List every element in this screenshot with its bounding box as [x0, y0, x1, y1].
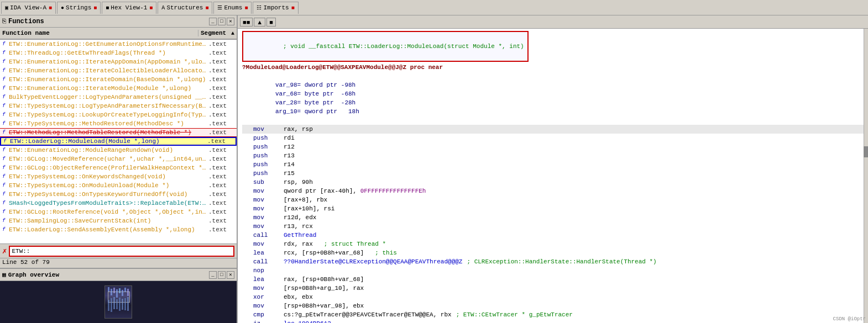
search-x-icon: ✗ — [2, 246, 7, 256]
tab-hex-view[interactable]: ■ Hex View-1 ■ — [102, 2, 156, 14]
function-list-item[interactable]: fETW::EnumerationLog::IterateAppDomain(A… — [0, 57, 237, 66]
function-list-item[interactable]: fETW::GCLog::MovedReference(uchar *,ucha… — [0, 155, 237, 163]
func-segment-text: .text — [206, 41, 237, 47]
graph-close-btn[interactable]: ✕ — [227, 271, 234, 279]
func-segment-text: .text — [206, 85, 237, 92]
function-list-item[interactable]: fETW::LoaderLog::ModuleLoad(Module *,lon… — [0, 137, 237, 146]
svg-rect-11 — [116, 299, 118, 309]
func-type-marker: f — [0, 192, 8, 197]
var-98-text: var_98= dword ptr -98h — [275, 81, 355, 89]
function-list-item[interactable]: fETW::TypeSystemLog::MethodRestored(Meth… — [0, 119, 237, 128]
svg-rect-9 — [111, 298, 112, 312]
imports-icon: ☷ — [257, 4, 262, 11]
svg-rect-15 — [127, 297, 129, 311]
var-28-text: var_28= byte ptr -28h — [275, 98, 355, 107]
function-list-item[interactable]: fETW::GCLog::ObjectReference(ProfilerWal… — [0, 163, 237, 172]
svg-rect-14 — [124, 298, 126, 310]
function-list-item[interactable]: fETW::EnumerationLog::IterateModule(Modu… — [0, 84, 237, 93]
tab-imports[interactable]: ☷ Imports ■ — [253, 2, 298, 14]
disasm-graph-btn[interactable]: ▲ — [254, 18, 265, 27]
disasm-scrollbar[interactable] — [864, 29, 868, 323]
disasm-blank-1 — [242, 72, 864, 81]
disasm-instr-push-r13: push r13 — [242, 151, 864, 160]
function-list-item[interactable]: fETW::LoaderLog::SendAssemblyEvent(Assem… — [0, 225, 237, 234]
disasm-var-28: var_28= byte ptr -28h — [242, 98, 864, 107]
function-list-item[interactable]: fETW::SamplingLog::SaveCurrentStack(int)… — [0, 216, 237, 225]
mnem-lea-rcx: lea — [253, 248, 284, 257]
tab-close-structures[interactable]: ■ — [205, 5, 208, 11]
disasm-instr-push-r12: push r12 — [242, 142, 864, 151]
func-segment-text: .text — [206, 50, 237, 56]
function-list-item[interactable]: fETW::EnumerationLog::IterateDomain(Base… — [0, 75, 237, 84]
graph-minimize-btn[interactable]: _ — [209, 271, 217, 279]
search-input[interactable] — [9, 246, 234, 257]
function-list-item[interactable]: fBulkTypeEventLogger::LogTypeAndParamete… — [0, 93, 237, 102]
mnem-push-rdi: push — [253, 134, 284, 142]
function-list-item[interactable]: fETW::EnumerationLog::GetEnumerationOpti… — [0, 40, 237, 49]
ida-view-icon: ▣ — [5, 4, 8, 11]
func-segment-text: .text — [206, 200, 237, 206]
function-list-item[interactable]: fSHash<LoggedTypesFromModuleTraits>::Rep… — [0, 199, 237, 208]
functions-titlebar: ⎘ Functions _ □ ✕ — [0, 15, 237, 28]
mnem-call-getthread: call — [253, 231, 284, 240]
ops-sub: rsp, 90h — [284, 178, 313, 187]
functions-close-btn[interactable]: ✕ — [227, 18, 234, 25]
functions-maximize-btn[interactable]: □ — [218, 18, 226, 25]
disasm-hex-btn[interactable]: ■ — [266, 18, 276, 27]
mnem-mov-r13: mov — [253, 222, 284, 231]
func-name-text: ETW::TypeSystemLog::OnKeywordsChanged(vo… — [8, 173, 206, 180]
function-list-item[interactable]: fETW::EnumerationLog::ModuleRangeRundown… — [0, 146, 237, 155]
disasm-scrollbar-thumb[interactable] — [864, 146, 868, 157]
func-name-text: BulkTypeEventLogger::LogTypeAndParameter… — [8, 94, 206, 100]
ops-mov-rdx: rdx, rax — [284, 240, 313, 248]
svg-rect-10 — [113, 297, 115, 309]
tab-close-enums[interactable]: ■ — [244, 5, 248, 11]
graph-maximize-btn[interactable]: □ — [218, 271, 226, 279]
scroll-up-arrow[interactable]: ▲ — [229, 30, 237, 36]
tab-strings[interactable]: ● Strings ■ — [57, 2, 101, 14]
func-segment-text: .text — [206, 147, 237, 153]
tab-enums[interactable]: ☰ Enums ■ — [213, 2, 252, 14]
tab-structures[interactable]: A Structures ■ — [158, 2, 212, 14]
graph-overview-panel: ▦ Graph overview _ □ ✕ — [0, 268, 237, 323]
func-sig-box: ; void __fastcall ETW::LoaderLog::Module… — [242, 31, 529, 62]
ops-mov-r12d: r12d, edx — [284, 213, 316, 222]
func-name-text: ETW::GCLog::MovedReference(uchar *,uchar… — [8, 156, 206, 162]
tab-close-ida[interactable]: ■ — [49, 5, 52, 11]
func-segment-text: .text — [206, 182, 237, 189]
disasm-instr-sub: sub rsp, 90h — [242, 178, 864, 187]
disasm-instr-xor: xor ebx, ebx — [242, 293, 864, 301]
graph-overview-title: Graph overview — [8, 272, 208, 278]
func-name-text: ETW::TypeSystemLog::LookupOrCreateTypeLo… — [8, 112, 206, 118]
mnem-push-r15: push — [253, 169, 284, 178]
function-list-item[interactable]: fETW::TypeSystemLog::OnKeywordsChanged(v… — [0, 172, 237, 181]
func-type-marker: f — [0, 103, 8, 109]
mnem-mov-rsp-arg: mov — [253, 284, 284, 293]
disasm-panel: ■■ ▲ ■ ; void __fastcall ETW::LoaderLog:… — [238, 15, 868, 323]
disasm-content[interactable]: ; void __fastcall ETW::LoaderLog::Module… — [238, 29, 868, 323]
function-list-item[interactable]: fETW::MethodLog::MethodTableRestored(Met… — [0, 128, 237, 137]
functions-minimize-btn[interactable]: _ — [209, 18, 217, 25]
func-segment-text: .text — [206, 129, 237, 136]
func-type-marker: f — [0, 86, 8, 91]
function-list[interactable]: fETW::EnumerationLog::GetEnumerationOpti… — [0, 40, 237, 243]
mnem-jz: jz — [253, 319, 284, 323]
func-segment-text: .text — [206, 67, 237, 74]
function-list-item[interactable]: fETW::TypeSystemLog::LogTypeAndParameter… — [0, 102, 237, 110]
func-type-marker: f — [0, 94, 8, 100]
function-list-item[interactable]: fETW::ThreadLog::GetEtwThreadFlags(Threa… — [0, 49, 237, 57]
function-list-item[interactable]: fETW::TypeSystemLog::LookupOrCreateTypeL… — [0, 110, 237, 119]
graph-overview-titlebar: ▦ Graph overview _ □ ✕ — [0, 269, 237, 281]
tab-close-imports[interactable]: ■ — [291, 5, 295, 11]
function-list-item[interactable]: fETW::EnumerationLog::IterateCollectible… — [0, 66, 237, 75]
tab-ida-view[interactable]: ▣ IDA View-A ■ — [1, 2, 56, 14]
svg-rect-1 — [111, 289, 112, 295]
func-name-text: SHash<LoggedTypesFromModuleTraits>::Repl… — [8, 200, 206, 206]
disasm-grid-btn[interactable]: ■■ — [240, 18, 253, 27]
disasm-instr-lea-rax: lea rax, [rsp+0B8h+var_68] — [242, 275, 864, 284]
function-list-item[interactable]: fETW::GCLog::RootReference(void *,Object… — [0, 208, 237, 216]
function-list-item[interactable]: fETW::TypeSystemLog::OnModuleUnload(Modu… — [0, 181, 237, 190]
tab-close-strings[interactable]: ■ — [93, 5, 97, 11]
function-list-item[interactable]: fETW::TypeSystemLog::OnTypesKeywordTurne… — [0, 190, 237, 199]
tab-close-hex[interactable]: ■ — [149, 5, 153, 11]
